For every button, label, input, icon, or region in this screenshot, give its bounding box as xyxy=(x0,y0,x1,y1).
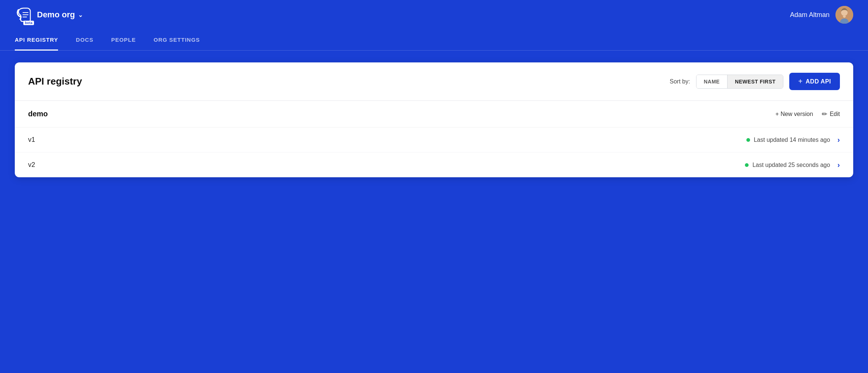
version-row-right-v1: Last updated 14 minutes ago › xyxy=(746,136,840,144)
nav-item-api-registry[interactable]: API REGISTRY xyxy=(15,30,58,51)
card-title: API registry xyxy=(28,76,82,87)
org-name-text: Demo org xyxy=(37,10,75,20)
status-text-v1: Last updated 14 minutes ago xyxy=(754,137,830,143)
version-row-right-v2: Last updated 25 seconds ago › xyxy=(745,161,840,169)
nav-item-org-settings[interactable]: ORG SETTINGS xyxy=(154,30,200,51)
status-dot-v2 xyxy=(745,163,749,167)
edit-label: Edit xyxy=(830,111,840,117)
nav-item-docs[interactable]: DOCS xyxy=(76,30,93,51)
sort-buttons-group: NAME NEWEST FIRST xyxy=(696,75,783,89)
card-header: API registry Sort by: NAME NEWEST FIRST … xyxy=(15,62,853,101)
sort-by-newest-button[interactable]: NEWEST FIRST xyxy=(727,75,783,88)
beta-badge: beta xyxy=(23,21,34,25)
avatar[interactable] xyxy=(835,6,853,24)
main-nav: API REGISTRY DOCS PEOPLE ORG SETTINGS xyxy=(0,30,868,51)
api-name-row: demo + New version ✏ Edit xyxy=(15,101,853,127)
new-version-button[interactable]: + New version xyxy=(776,111,813,117)
sort-label: Sort by: xyxy=(670,78,690,85)
header-actions: Sort by: NAME NEWEST FIRST + ADD API xyxy=(670,73,840,90)
version-row-v1[interactable]: v1 Last updated 14 minutes ago › xyxy=(15,127,853,153)
logo-wrapper: beta xyxy=(15,6,33,24)
version-row-v2[interactable]: v2 Last updated 25 seconds ago › xyxy=(15,153,853,177)
edit-icon: ✏ xyxy=(822,110,827,118)
version-label-v2: v2 xyxy=(28,161,35,169)
status-dot-v1 xyxy=(746,138,750,142)
org-dropdown-chevron: ⌄ xyxy=(78,11,83,18)
chevron-right-v1: › xyxy=(837,136,840,144)
nav-item-people[interactable]: PEOPLE xyxy=(111,30,136,51)
main-content: API registry Sort by: NAME NEWEST FIRST … xyxy=(0,51,868,370)
avatar-svg xyxy=(835,6,853,24)
version-label-v1: v1 xyxy=(28,136,35,144)
org-name-selector[interactable]: Demo org ⌄ xyxy=(37,10,83,20)
add-api-button[interactable]: + ADD API xyxy=(789,73,840,90)
api-actions: + New version ✏ Edit xyxy=(776,110,840,118)
chevron-right-v2: › xyxy=(837,161,840,169)
new-version-label: + New version xyxy=(776,111,813,117)
api-name: demo xyxy=(28,110,48,118)
edit-button[interactable]: ✏ Edit xyxy=(822,110,840,118)
add-icon: + xyxy=(798,77,803,86)
version-status-v2: Last updated 25 seconds ago xyxy=(745,162,830,168)
content-card: API registry Sort by: NAME NEWEST FIRST … xyxy=(15,62,853,177)
user-name-text: Adam Altman xyxy=(790,11,830,19)
api-group-demo: demo + New version ✏ Edit v1 xyxy=(15,101,853,177)
header-right: Adam Altman xyxy=(790,6,853,24)
add-api-label: ADD API xyxy=(806,78,831,85)
version-status-v1: Last updated 14 minutes ago xyxy=(746,137,830,143)
sort-by-name-button[interactable]: NAME xyxy=(696,75,727,88)
status-text-v2: Last updated 25 seconds ago xyxy=(752,162,830,168)
app-header: beta Demo org ⌄ Adam Altman xyxy=(0,0,868,30)
header-left: beta Demo org ⌄ xyxy=(15,6,83,24)
